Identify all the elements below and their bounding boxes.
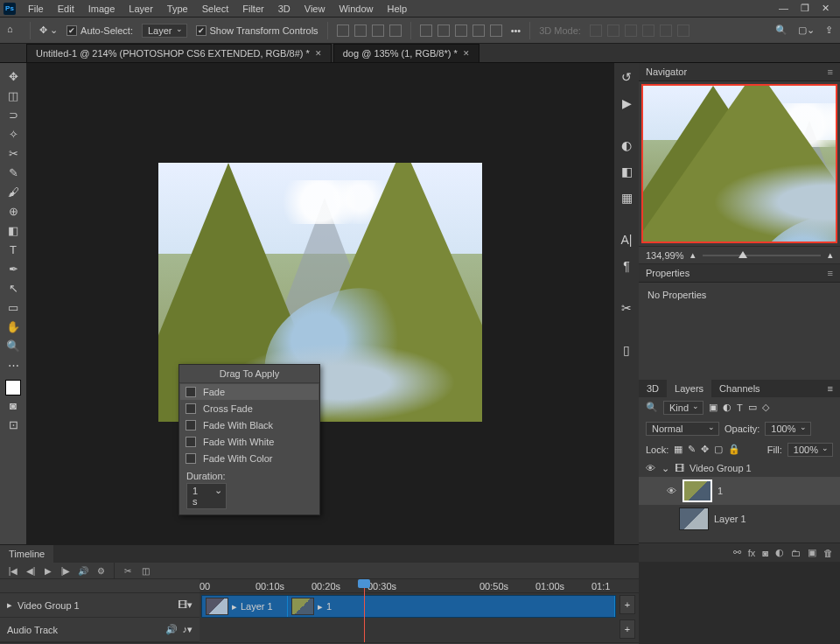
history-icon[interactable]: ↺ (618, 68, 635, 86)
zoom-slider[interactable] (703, 255, 821, 256)
library-icon[interactable]: ▯ (618, 341, 635, 359)
play-icon[interactable]: ▶ (618, 94, 635, 112)
color-swatches[interactable] (5, 380, 21, 396)
add-media-button[interactable]: + (620, 595, 635, 614)
filter-smart-icon[interactable]: ◇ (762, 402, 769, 413)
timeline-tab[interactable]: Timeline (0, 545, 53, 563)
transition-fade-white[interactable]: Fade With White (180, 434, 318, 450)
show-transform-checkbox[interactable]: ✔Show Transform Controls (196, 25, 318, 36)
layer-group[interactable]: 👁 ⌄ 🎞 Video Group 1 (639, 460, 840, 477)
panel-menu-icon[interactable]: ≡ (820, 380, 840, 397)
blend-mode[interactable]: Normal (646, 422, 719, 436)
timeline-tracks[interactable]: 00 00:10s 00:20s 00:30s 00:50s 01:00s 01… (200, 579, 639, 642)
layer-item[interactable]: 👁 1 (639, 477, 840, 505)
lock-all-icon[interactable]: 🔒 (728, 444, 740, 455)
filter-shape-icon[interactable]: ▭ (748, 402, 757, 413)
link-icon[interactable]: ⚯ (733, 547, 741, 558)
mute-icon[interactable]: 🔊 (165, 624, 178, 635)
playhead[interactable] (364, 579, 365, 642)
layer-item[interactable]: Layer 1 (639, 505, 840, 533)
type-tool[interactable]: T (3, 240, 24, 259)
transition-crossfade[interactable]: Cross Fade (180, 401, 318, 416)
auto-select-checkbox[interactable]: ✔Auto-Select: (66, 25, 133, 36)
panel-menu-icon[interactable]: ≡ (828, 66, 833, 77)
navigator-preview[interactable] (641, 84, 837, 243)
fill-value[interactable]: 100% (788, 443, 833, 457)
properties-header[interactable]: Properties≡ (639, 264, 840, 283)
film-icon[interactable]: 🎞▾ (178, 599, 192, 611)
mute-button[interactable]: 🔊 (75, 563, 91, 578)
filter-kind[interactable]: Kind (663, 401, 704, 415)
transition-fade[interactable]: Fade (180, 384, 318, 400)
wand-tool[interactable]: ✧ (3, 124, 24, 144)
clip-layer1[interactable]: ▸Layer 1 (202, 596, 288, 617)
chevron-right-icon[interactable]: ▸ (7, 599, 12, 611)
mask-icon[interactable]: ◙ (762, 548, 768, 558)
stamp-tool[interactable]: ⊕ (3, 201, 24, 220)
fx-icon[interactable]: fx (748, 548, 756, 558)
lock-brush-icon[interactable]: ✎ (688, 444, 696, 455)
tools-preset-icon[interactable]: ✂ (618, 299, 635, 317)
screenmode-icon[interactable]: ⊡ (3, 415, 24, 434)
adjustment-icon[interactable]: ◐ (775, 547, 784, 558)
close-tab-icon[interactable]: ✕ (315, 49, 322, 58)
close-tab-icon[interactable]: ✕ (463, 49, 470, 58)
zoom-out-icon[interactable]: ▴ (690, 249, 696, 261)
duration-input[interactable]: 1 s (186, 483, 227, 509)
clip-1[interactable]: ▸1 (288, 596, 615, 617)
nav-zoom-value[interactable]: 134,99% (646, 250, 683, 261)
lock-move-icon[interactable]: ✥ (701, 444, 709, 455)
filter-pixel-icon[interactable]: ▣ (709, 402, 718, 413)
tab-dog[interactable]: dog @ 135% (1, RGB/8*) *✕ (333, 44, 480, 62)
lock-pixel-icon[interactable]: ▦ (674, 444, 682, 455)
swatches-icon[interactable]: ▦ (618, 189, 635, 206)
hand-tool[interactable]: ✋ (3, 317, 24, 336)
track-video-group[interactable]: ▸ Video Group 1 🎞▾ (0, 593, 200, 618)
move-tool[interactable]: ✥ (3, 66, 24, 86)
filter-type-icon[interactable]: T (737, 402, 743, 413)
more-icon[interactable]: ••• (511, 25, 522, 36)
home-icon[interactable]: ⌂ (7, 24, 21, 38)
adjustments-icon[interactable]: ◐ (618, 136, 635, 154)
new-layer-icon[interactable]: ▣ (808, 547, 816, 558)
menu-help[interactable]: Help (381, 2, 415, 16)
next-frame-button[interactable]: |▶ (58, 563, 74, 578)
minimize-icon[interactable]: — (779, 3, 788, 14)
tab-untitled[interactable]: Untitled-1 @ 214% (PHOTOSHOP CS6 EXTENDE… (26, 44, 332, 62)
transition-fade-black[interactable]: Fade With Black (180, 417, 318, 433)
tab-channels[interactable]: Channels (711, 380, 767, 397)
canvas[interactable]: 134,99% 352 px x 288 px (72 ppi) 〉 (26, 63, 614, 562)
close-icon[interactable]: ✕ (822, 3, 830, 14)
auto-select-target[interactable]: Layer (142, 24, 187, 38)
navigator-header[interactable]: Navigator≡ (639, 63, 840, 81)
split-button[interactable]: ✂ (120, 563, 136, 578)
chevron-down-icon[interactable]: ⌄ (662, 463, 669, 474)
opacity-value[interactable]: 100% (765, 422, 810, 436)
menu-filter[interactable]: Filter (235, 2, 270, 16)
gradient-tool[interactable]: ◧ (3, 220, 24, 240)
character-icon[interactable]: A| (618, 231, 635, 248)
quickmask-icon[interactable]: ◙ (3, 396, 24, 415)
path-tool[interactable]: ↖ (3, 278, 24, 298)
align-buttons[interactable] (337, 24, 402, 37)
transition-button[interactable]: ◫ (137, 563, 153, 578)
add-audio-button[interactable]: + (620, 620, 635, 639)
menu-select[interactable]: Select (195, 2, 236, 16)
workspace-icon[interactable]: ▢⌄ (798, 24, 815, 36)
menu-type[interactable]: Type (160, 2, 195, 16)
prev-frame-button[interactable]: ◀| (23, 563, 38, 578)
move-tool-icon[interactable]: ✥ ⌄ (39, 24, 58, 36)
styles-icon[interactable]: ◧ (618, 163, 635, 180)
share-icon[interactable]: ⇪ (825, 24, 833, 36)
menu-view[interactable]: View (298, 2, 332, 16)
distribute-buttons[interactable] (420, 24, 502, 37)
filter-adjust-icon[interactable]: ◐ (723, 402, 732, 413)
menu-file[interactable]: File (21, 2, 51, 16)
visibility-icon[interactable]: 👁 (665, 486, 677, 496)
tab-layers[interactable]: Layers (667, 380, 711, 397)
track-audio[interactable]: Audio Track 🔊♪▾ (0, 618, 200, 642)
pen-tool[interactable]: ✒ (3, 259, 24, 278)
brush-tool[interactable]: 🖌 (3, 182, 24, 201)
zoom-in-icon[interactable]: ▴ (828, 249, 833, 261)
visibility-icon[interactable]: 👁 (644, 463, 656, 473)
